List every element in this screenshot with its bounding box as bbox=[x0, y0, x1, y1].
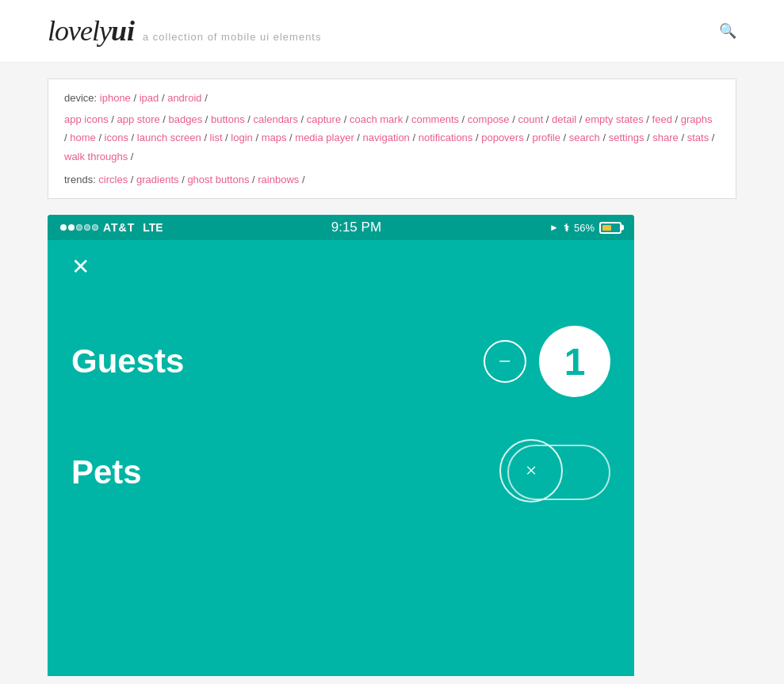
trend-rainbows[interactable]: rainbows bbox=[258, 174, 299, 185]
device-android[interactable]: android bbox=[167, 92, 201, 104]
nav-app-icons[interactable]: app icons bbox=[64, 113, 109, 125]
nav-comments[interactable]: comments bbox=[411, 113, 459, 125]
signal-dots bbox=[60, 224, 98, 231]
nav-popovers[interactable]: popovers bbox=[481, 132, 523, 143]
nav-search[interactable]: search bbox=[569, 132, 600, 143]
device-iphone[interactable]: iphone bbox=[100, 92, 131, 104]
location-icon: ► bbox=[549, 222, 559, 233]
signal-dot-1 bbox=[60, 224, 67, 231]
battery-percentage: 56% bbox=[574, 222, 595, 234]
guests-count: 1 bbox=[539, 326, 610, 397]
nav-panel: device: iphone / ipad / android / app ic… bbox=[48, 78, 736, 199]
trend-ghost-buttons[interactable]: ghost buttons bbox=[187, 174, 249, 185]
time-display: 9:15 PM bbox=[331, 220, 381, 235]
pets-toggle[interactable]: × bbox=[507, 445, 610, 500]
nav-launch-screen[interactable]: launch screen bbox=[137, 132, 201, 143]
close-button[interactable]: ✕ bbox=[71, 256, 90, 278]
carrier-label: AT&T bbox=[103, 221, 135, 234]
nav-buttons[interactable]: buttons bbox=[211, 113, 245, 125]
guests-controls: − 1 bbox=[484, 326, 610, 397]
nav-capture[interactable]: capture bbox=[307, 113, 341, 125]
search-icon[interactable]: 🔍 bbox=[719, 22, 736, 40]
nav-calendars[interactable]: calendars bbox=[254, 113, 298, 125]
nav-media-player[interactable]: media player bbox=[295, 132, 354, 143]
battery-fill bbox=[602, 225, 611, 231]
nav-icons[interactable]: icons bbox=[105, 132, 128, 143]
nav-links: app icons / app store / badges / buttons… bbox=[64, 110, 720, 166]
phone-content: ✕ Guests − 1 Pets × bbox=[48, 240, 634, 676]
trends-label: trends: bbox=[64, 174, 98, 185]
device-label: device: bbox=[64, 92, 100, 104]
minus-icon: − bbox=[499, 349, 511, 374]
guests-row: Guests − 1 bbox=[71, 326, 610, 397]
signal-dot-3 bbox=[76, 224, 82, 231]
nav-app-store[interactable]: app store bbox=[117, 113, 160, 125]
nav-share[interactable]: share bbox=[652, 132, 679, 143]
device-row: device: iphone / ipad / android / bbox=[64, 92, 720, 104]
nav-count[interactable]: count bbox=[518, 113, 543, 125]
network-label: LTE bbox=[143, 221, 163, 234]
bluetooth-icon: ⚕ bbox=[564, 222, 569, 234]
status-left: AT&T LTE bbox=[60, 221, 163, 234]
nav-settings[interactable]: settings bbox=[609, 132, 644, 143]
nav-coach-mark[interactable]: coach mark bbox=[350, 113, 403, 125]
nav-profile[interactable]: profile bbox=[533, 132, 560, 143]
signal-dot-5 bbox=[92, 224, 98, 231]
nav-empty-states[interactable]: empty states bbox=[585, 113, 644, 125]
phone-frame: AT&T LTE 9:15 PM ► ⚕ 56% ✕ Guests − 1 bbox=[48, 215, 634, 676]
toggle-thumb: × bbox=[499, 439, 563, 502]
nav-detail[interactable]: detail bbox=[552, 113, 576, 125]
trend-circles[interactable]: circles bbox=[98, 174, 128, 185]
logo-tagline: a collection of mobile ui elements bbox=[143, 31, 322, 43]
nav-compose[interactable]: compose bbox=[468, 113, 510, 125]
status-bar: AT&T LTE 9:15 PM ► ⚕ 56% bbox=[48, 215, 634, 240]
logo-lovely: lovely bbox=[48, 15, 111, 47]
guests-label: Guests bbox=[71, 342, 184, 380]
logo: lovelyui bbox=[48, 14, 135, 48]
device-ipad[interactable]: ipad bbox=[140, 92, 159, 104]
pets-row: Pets × bbox=[71, 445, 610, 500]
logo-ui: ui bbox=[111, 15, 135, 47]
status-right: ► ⚕ 56% bbox=[549, 222, 621, 234]
nav-login[interactable]: login bbox=[231, 132, 252, 143]
nav-badges[interactable]: badges bbox=[169, 113, 203, 125]
nav-feed[interactable]: feed bbox=[652, 113, 672, 125]
guests-minus-button[interactable]: − bbox=[484, 340, 526, 383]
header: lovelyui a collection of mobile ui eleme… bbox=[0, 0, 784, 63]
nav-walk-throughs[interactable]: walk throughs bbox=[64, 151, 128, 162]
battery-icon bbox=[599, 222, 621, 234]
signal-dot-4 bbox=[84, 224, 90, 231]
nav-navigation[interactable]: navigation bbox=[363, 132, 410, 143]
nav-list[interactable]: list bbox=[210, 132, 223, 143]
nav-notifications[interactable]: notifications bbox=[419, 132, 473, 143]
pets-label: Pets bbox=[71, 453, 142, 491]
nav-home[interactable]: home bbox=[70, 132, 96, 143]
logo-area: lovelyui a collection of mobile ui eleme… bbox=[48, 14, 321, 48]
nav-maps[interactable]: maps bbox=[262, 132, 287, 143]
nav-stats[interactable]: stats bbox=[687, 132, 709, 143]
signal-dot-2 bbox=[68, 224, 75, 231]
nav-graphs[interactable]: graphs bbox=[681, 113, 713, 125]
trends-row: trends: circles / gradients / ghost butt… bbox=[64, 174, 720, 185]
trend-gradients[interactable]: gradients bbox=[136, 174, 178, 185]
toggle-x-icon: × bbox=[526, 460, 537, 481]
